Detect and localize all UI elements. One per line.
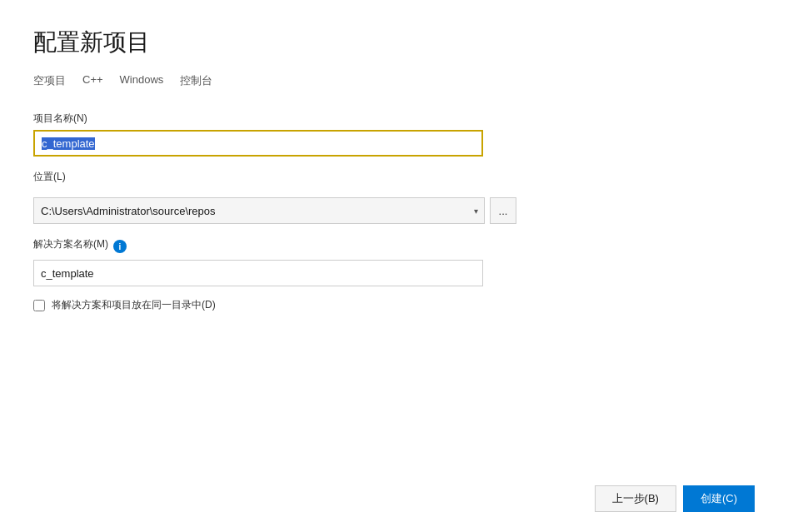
location-label: 位置(L) [33, 170, 516, 184]
same-directory-checkbox[interactable] [33, 300, 45, 311]
solution-name-label-row: 解决方案名称(M) i [33, 237, 516, 256]
location-row: C:\Users\Administrator\source\repos ▾ ..… [33, 197, 516, 224]
same-directory-label[interactable]: 将解决方案和项目放在同一目录中(D) [52, 298, 216, 312]
solution-name-input[interactable] [33, 260, 483, 286]
tag-empty-project: 空项目 [33, 73, 66, 88]
project-name-input-wrapper [33, 130, 483, 157]
tags-row: 空项目 C++ Windows 控制台 [33, 73, 755, 88]
project-name-container: 项目名称(N) [33, 112, 516, 157]
solution-name-label: 解决方案名称(M) [33, 237, 108, 251]
browse-button[interactable]: ... [490, 197, 516, 224]
bottom-buttons: 上一步(B) 创建(C) [595, 485, 755, 512]
location-container: 位置(L) C:\Users\Administrator\source\repo… [33, 170, 516, 237]
page-title: 配置新项目 [33, 27, 755, 58]
create-button[interactable]: 创建(C) [683, 485, 755, 512]
back-button[interactable]: 上一步(B) [595, 485, 676, 512]
solution-name-section: 解决方案名称(M) i [33, 237, 516, 286]
same-directory-row: 将解决方案和项目放在同一目录中(D) [33, 298, 516, 312]
project-name-input[interactable] [33, 130, 483, 157]
location-select[interactable]: C:\Users\Administrator\source\repos [33, 197, 485, 224]
page-container: 配置新项目 空项目 C++ Windows 控制台 项目名称(N) 位置(L) … [0, 0, 788, 532]
tag-console: 控制台 [180, 73, 212, 88]
tag-windows: Windows [120, 73, 164, 88]
project-name-label: 项目名称(N) [33, 112, 516, 126]
tag-cpp: C++ [82, 73, 103, 88]
form-section: 项目名称(N) 位置(L) C:\Users\Administrator\sou… [33, 112, 516, 312]
location-select-wrapper: C:\Users\Administrator\source\repos ▾ [33, 197, 485, 224]
info-icon[interactable]: i [113, 240, 127, 253]
solution-name-input-wrapper [33, 260, 483, 286]
